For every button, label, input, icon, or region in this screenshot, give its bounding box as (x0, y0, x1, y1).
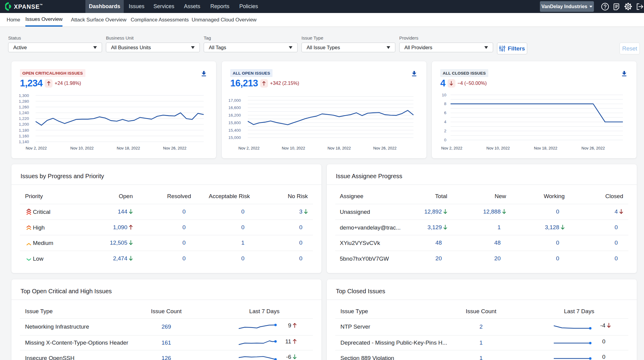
svg-text:Nov 26, 2022: Nov 26, 2022 (373, 146, 397, 150)
svg-text:Nov 2, 2022: Nov 2, 2022 (441, 146, 462, 150)
svg-text:1,140: 1,140 (19, 140, 29, 144)
svg-text:6: 6 (444, 111, 446, 115)
svg-text:17,000: 17,000 (228, 98, 241, 103)
svg-text:15,800: 15,800 (228, 121, 241, 125)
svg-text:Nov 26, 2022: Nov 26, 2022 (582, 146, 605, 150)
svg-text:1,160: 1,160 (19, 134, 29, 138)
svg-text:Nov 10, 2022: Nov 10, 2022 (70, 146, 94, 150)
svg-text:16,200: 16,200 (228, 113, 241, 117)
svg-text:Nov 18, 2022: Nov 18, 2022 (534, 146, 557, 150)
svg-text:8: 8 (444, 101, 446, 106)
svg-text:Nov 10, 2022: Nov 10, 2022 (282, 146, 305, 150)
svg-text:Nov 18, 2022: Nov 18, 2022 (117, 146, 140, 150)
svg-text:Nov 18, 2022: Nov 18, 2022 (327, 146, 351, 150)
svg-text:Nov 2, 2022: Nov 2, 2022 (26, 146, 47, 150)
svg-text:1,180: 1,180 (19, 128, 29, 133)
svg-text:1,260: 1,260 (19, 105, 29, 109)
svg-text:0: 0 (444, 138, 446, 142)
svg-text:10: 10 (442, 93, 446, 97)
svg-text:Nov 10, 2022: Nov 10, 2022 (486, 146, 510, 150)
svg-text:4: 4 (444, 120, 446, 124)
svg-text:Nov 26, 2022: Nov 26, 2022 (163, 146, 186, 150)
svg-text:1,220: 1,220 (19, 116, 29, 121)
svg-text:15,000: 15,000 (228, 135, 241, 140)
svg-text:1,240: 1,240 (19, 111, 29, 115)
svg-text:16,600: 16,600 (228, 105, 241, 110)
svg-text:1,280: 1,280 (19, 99, 29, 104)
svg-text:15,400: 15,400 (228, 128, 241, 133)
svg-text:1,200: 1,200 (19, 122, 29, 127)
svg-text:1,300: 1,300 (19, 93, 29, 98)
svg-text:Nov 2, 2022: Nov 2, 2022 (238, 146, 260, 150)
svg-text:2: 2 (444, 129, 446, 133)
